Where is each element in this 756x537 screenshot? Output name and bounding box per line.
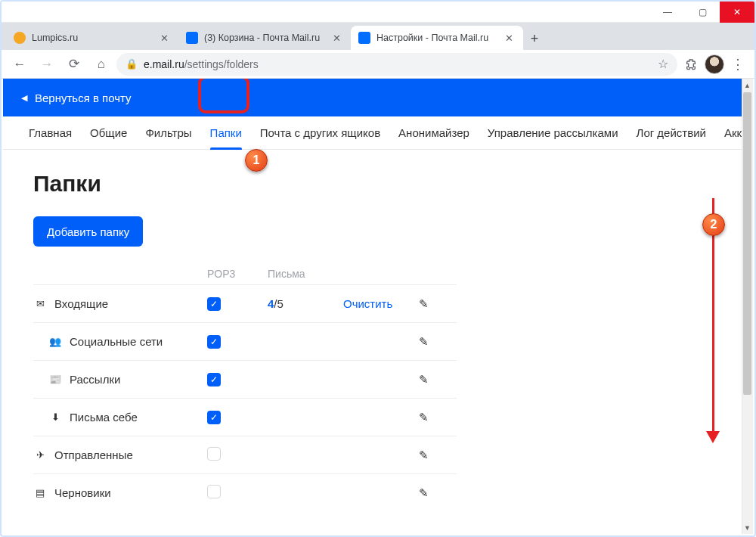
col-pop3: POP3 (207, 268, 268, 280)
window-maximize-button[interactable]: ▢ (685, 2, 720, 23)
window-titlebar: — ▢ ✕ (2, 2, 754, 23)
social-icon: 👥 (48, 336, 62, 348)
nav-other-mailboxes[interactable]: Почта с других ящиков (251, 116, 389, 150)
table-row: ✉Входящие ✓ 4/5 Очистить ✎ (33, 284, 457, 322)
mailing-icon: 📰 (48, 374, 62, 386)
home-button[interactable]: ⌂ (89, 52, 113, 76)
pop3-checkbox[interactable]: ✓ (207, 411, 221, 424)
nav-filters[interactable]: Фильтры (136, 116, 200, 150)
pop3-checkbox[interactable]: ✓ (207, 373, 221, 386)
tab-title: (3) Корзина - Почта Mail.ru (204, 33, 327, 43)
clear-link[interactable]: Очистить (343, 297, 419, 310)
letters-count: 4/5 (268, 297, 343, 310)
browser-tabstrip: Lumpics.ru ✕ (3) Корзина - Почта Mail.ru… (2, 23, 754, 50)
edit-icon[interactable]: ✎ (419, 297, 457, 311)
back-to-mail-bar[interactable]: ◀ Вернуться в почту (3, 79, 753, 116)
nav-anonymizer[interactable]: Анонимайзер (389, 116, 479, 150)
triangle-left-icon: ◀ (21, 93, 27, 103)
kebab-menu-icon[interactable]: ⋮ (727, 56, 748, 73)
folder-name: Входящие (54, 297, 108, 310)
edit-icon[interactable]: ✎ (419, 373, 457, 386)
window-close-button[interactable]: ✕ (720, 2, 754, 23)
back-to-mail-label: Вернуться в почту (35, 92, 132, 104)
annotation-arrow-head (706, 431, 720, 443)
folders-table: POP3 Письма ✉Входящие ✓ 4/5 Очистить ✎ 👥… (33, 263, 457, 511)
browser-tab[interactable]: (3) Корзина - Почта Mail.ru ✕ (178, 26, 351, 50)
forward-button[interactable]: → (35, 52, 59, 76)
browser-tab[interactable]: Lumpics.ru ✕ (6, 26, 178, 50)
table-row: ▤Черновики ✎ (33, 473, 457, 511)
edit-icon[interactable]: ✎ (419, 411, 457, 424)
lock-icon: 🔒 (125, 58, 138, 70)
folder-name: Черновики (54, 486, 111, 499)
table-row: 📰Рассылки ✓ ✎ (33, 360, 457, 398)
scroll-up-icon[interactable]: ▲ (742, 79, 753, 92)
table-row: ⬇Письма себе ✓ ✎ (33, 398, 457, 436)
reload-button[interactable]: ⟳ (62, 52, 86, 76)
table-row: 👥Социальные сети ✓ ✎ (33, 322, 457, 360)
table-header: POP3 Письма (33, 263, 457, 284)
tab-close-icon[interactable]: ✕ (333, 33, 343, 44)
new-tab-button[interactable]: + (523, 27, 546, 50)
scrollbar-track[interactable]: ▲ ▼ (742, 79, 753, 534)
nav-main[interactable]: Главная (20, 116, 81, 150)
browser-toolbar: ← → ⟳ ⌂ 🔒 e.mail.ru/settings/folders ☆ ⋮ (2, 50, 754, 79)
back-button[interactable]: ← (8, 52, 32, 76)
annotation-badge-2: 2 (702, 213, 725, 236)
to-self-icon: ⬇ (48, 411, 62, 424)
scroll-down-icon[interactable]: ▼ (742, 521, 753, 534)
favicon-icon (186, 32, 198, 44)
browser-tab[interactable]: Настройки - Почта Mail.ru ✕ (351, 26, 523, 50)
favicon-icon (358, 32, 370, 44)
page-content: ◀ Вернуться в почту Главная Общие Фильтр… (3, 79, 753, 534)
drafts-icon: ▤ (33, 487, 47, 499)
tab-close-icon[interactable]: ✕ (505, 33, 516, 44)
folder-name: Письма себе (70, 411, 138, 424)
add-folder-button[interactable]: Добавить папку (33, 216, 143, 247)
edit-icon[interactable]: ✎ (419, 449, 457, 462)
pop3-checkbox[interactable]: ✓ (207, 297, 221, 311)
annotation-badge-1: 1 (245, 149, 268, 172)
favicon-icon (14, 32, 26, 44)
tab-title: Lumpics.ru (32, 33, 154, 43)
edit-icon[interactable]: ✎ (419, 335, 457, 349)
folder-name: Рассылки (70, 373, 120, 386)
folder-name: Социальные сети (70, 335, 163, 348)
profile-avatar[interactable] (705, 54, 724, 74)
tab-close-icon[interactable]: ✕ (160, 33, 171, 44)
address-bar[interactable]: 🔒 e.mail.ru/settings/folders ☆ (116, 53, 677, 76)
scrollbar-thumb[interactable] (743, 92, 751, 395)
extensions-icon[interactable] (680, 54, 702, 75)
table-row: ✈Отправленные ✎ (33, 436, 457, 473)
pop3-checkbox[interactable] (207, 485, 221, 498)
page-title: Папки (33, 171, 723, 197)
pop3-checkbox[interactable] (207, 447, 221, 461)
inbox-icon: ✉ (33, 298, 47, 310)
nav-log[interactable]: Лог действий (627, 116, 715, 150)
url-path: /settings/folders (184, 58, 259, 70)
sent-icon: ✈ (33, 449, 47, 461)
nav-general[interactable]: Общие (81, 116, 136, 150)
edit-icon[interactable]: ✎ (419, 486, 457, 500)
pop3-checkbox[interactable]: ✓ (207, 335, 221, 349)
nav-folders[interactable]: Папки (201, 116, 251, 150)
settings-nav: Главная Общие Фильтры Папки Почта с друг… (3, 116, 753, 150)
url-host: e.mail.ru (144, 58, 184, 70)
nav-subscriptions[interactable]: Управление рассылками (479, 116, 627, 150)
window-minimize-button[interactable]: — (650, 2, 685, 23)
tab-title: Настройки - Почта Mail.ru (376, 33, 499, 43)
col-letters: Письма (268, 268, 343, 280)
bookmark-star-icon[interactable]: ☆ (658, 57, 668, 71)
folder-name: Отправленные (54, 449, 133, 461)
